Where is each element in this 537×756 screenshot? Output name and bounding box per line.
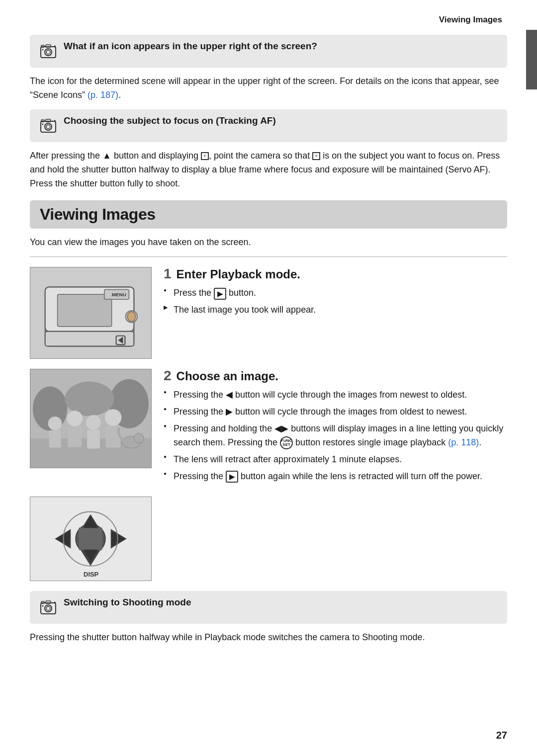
step-2-bullet-1: Pressing the ◀ button will cycle through… — [164, 388, 507, 402]
svg-point-29 — [67, 411, 83, 426]
tip-icon-1 — [39, 42, 58, 61]
playback-button-icon-2: ▶ — [226, 471, 238, 483]
step-1-image: MENU — [30, 267, 152, 359]
svg-rect-28 — [49, 430, 61, 448]
playback-button-icon: ▶ — [214, 288, 226, 300]
step-3-image: FUNC SET DISP — [30, 497, 152, 581]
svg-rect-9 — [46, 119, 51, 122]
tip-content-1: What if an icon appears in the upper rig… — [64, 41, 498, 52]
step-2-bullet-4: The lens will retract after approximatel… — [164, 453, 507, 467]
tip-icon-2 — [39, 116, 58, 135]
step-2-title: Choose an image. — [177, 369, 278, 383]
tip3-body: Pressing the shutter button halfway whil… — [30, 631, 507, 645]
step-1-content: 1 Enter Playback mode. Press the ▶ butto… — [164, 267, 507, 320]
step-2-number: 2 — [164, 369, 172, 383]
svg-rect-46 — [79, 527, 102, 550]
svg-rect-54 — [46, 601, 51, 603]
svg-point-31 — [86, 415, 101, 430]
tip-box-3: Switching to Shooting mode — [30, 591, 507, 624]
step-3-image-row: FUNC SET DISP — [30, 497, 507, 581]
step-1-row: MENU 1 Enter Playback mode. — [30, 267, 507, 359]
divider — [30, 256, 507, 257]
step-2-content: 2 Choose an image. Pressing the ◀ button… — [164, 369, 507, 486]
tip-box-2: Choosing the subject to focus on (Tracki… — [30, 109, 507, 142]
tip-title-1: What if an icon appears in the upper rig… — [64, 41, 498, 52]
svg-point-8 — [46, 125, 50, 129]
step-1-header: 1 Enter Playback mode. — [164, 267, 507, 281]
func-set-icon: FUNCSET — [280, 436, 293, 449]
step-1-bullets: Press the ▶ button. The last image you t… — [164, 286, 507, 317]
svg-point-52 — [45, 605, 52, 612]
svg-point-18 — [127, 312, 135, 322]
svg-text:MENU: MENU — [112, 292, 126, 298]
tip2-body: After pressing the ▲ button and displayi… — [30, 149, 507, 191]
svg-text:DISP: DISP — [84, 571, 98, 578]
svg-point-1 — [45, 49, 52, 56]
svg-point-7 — [45, 123, 52, 130]
page-header: Viewing Images — [30, 15, 507, 25]
svg-rect-3 — [46, 45, 51, 47]
step-1-bullet-1: Press the ▶ button. — [164, 286, 507, 300]
step-2-row: 2 Choose an image. Pressing the ◀ button… — [30, 369, 507, 486]
tip-content-2: Choosing the subject to focus on (Tracki… — [64, 115, 498, 126]
step-2-bullet-3: Pressing and holding the ◀▶ buttons will… — [164, 422, 507, 450]
header-title: Viewing Images — [439, 15, 502, 25]
svg-point-56 — [42, 605, 44, 606]
step-2-bullet-5: Pressing the ▶ button again while the le… — [164, 470, 507, 484]
svg-marker-48 — [112, 531, 127, 546]
svg-marker-49 — [83, 515, 98, 528]
svg-point-36 — [134, 433, 144, 443]
tip-content-3: Switching to Shooting mode — [64, 597, 498, 608]
step-1-number: 1 — [164, 267, 172, 281]
svg-point-25 — [65, 382, 114, 416]
svg-point-27 — [48, 417, 62, 430]
svg-rect-30 — [68, 426, 82, 447]
svg-rect-14 — [58, 295, 112, 327]
svg-point-2 — [46, 50, 50, 54]
svg-point-5 — [42, 49, 44, 51]
step-2-header: 2 Choose an image. — [164, 369, 507, 383]
step-2-bullets: Pressing the ◀ button will cycle through… — [164, 388, 507, 483]
step-1-bullet-2: The last image you took will appear. — [164, 303, 507, 317]
step-2-image — [30, 369, 152, 468]
step2-link[interactable]: (p. 118) — [448, 437, 479, 447]
svg-marker-47 — [55, 531, 70, 546]
tip-box-1: What if an icon appears in the upper rig… — [30, 35, 507, 68]
tip-icon-3 — [39, 598, 58, 617]
svg-point-53 — [46, 606, 50, 610]
section-intro: You can view the images you have taken o… — [30, 236, 507, 250]
section-tab — [526, 30, 537, 89]
tip-title-2: Choosing the subject to focus on (Tracki… — [64, 115, 498, 126]
page-container: Viewing Images What if an icon appears — [0, 0, 537, 756]
tip1-body: The icon for the determined scene will a… — [30, 75, 507, 102]
step-1-title: Enter Playback mode. — [177, 267, 300, 281]
svg-point-33 — [105, 409, 122, 426]
steps-container: MENU 1 Enter Playback mode. — [30, 267, 507, 581]
svg-point-11 — [42, 123, 44, 125]
page-number: 27 — [496, 730, 507, 741]
svg-rect-32 — [87, 430, 100, 449]
tip-title-3: Switching to Shooting mode — [64, 597, 498, 608]
step-2-bullet-2: Pressing the ▶ button will cycle through… — [164, 405, 507, 419]
tip1-link[interactable]: (p. 187) — [88, 90, 118, 100]
section-title: Viewing Images — [30, 200, 507, 229]
